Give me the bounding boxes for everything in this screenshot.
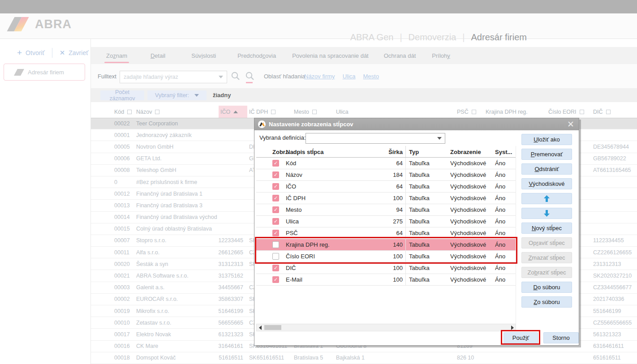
chevron-down-icon[interactable] <box>219 76 223 78</box>
arrow-up-button[interactable] <box>521 193 572 204</box>
abra-logo: ABRA <box>6 17 72 31</box>
sidebar-item-adresar-firiem[interactable]: Adresár firiem <box>4 64 85 81</box>
checkbox-checked-icon[interactable]: ✓ <box>272 206 279 213</box>
dialog-row-di-[interactable]: ✓DIČ100TabuľkaVýchodiskovéÁno <box>256 262 516 274</box>
odstr-ni--button[interactable]: Odstrániť <box>521 163 572 175</box>
checkbox-unchecked-icon[interactable] <box>272 241 279 248</box>
cell-kod: 00007 <box>108 235 134 246</box>
search-area-link-mesto[interactable]: Mesto <box>363 73 379 80</box>
tab-predchodcovia[interactable]: Predchodcovia <box>236 47 278 64</box>
zo-s-boru-button[interactable]: Zo súboru <box>521 296 572 308</box>
close-agenda-button[interactable]: Zavrieť <box>69 49 88 56</box>
zobrazi-st-pec-button[interactable]: Zobraziť stĺpec <box>521 267 572 278</box>
checkbox-checked-icon[interactable]: ✓ <box>272 230 279 236</box>
premenova--button[interactable]: Premenovať <box>521 149 572 160</box>
cell-dic: 6316461611 <box>591 341 636 352</box>
checkbox-checked-icon[interactable]: ✓ <box>272 183 279 190</box>
dialog-row-mesto[interactable]: ✓Mesto94TabuľkaVýchodiskovéÁno <box>256 204 516 216</box>
record-count-button[interactable]: Počet záznamov <box>100 90 144 100</box>
selected-filter-dropdown[interactable]: Vybraný filter: <box>147 90 207 100</box>
checkbox-checked-icon[interactable]: ✓ <box>272 195 279 201</box>
filter-box-icon[interactable] <box>271 110 275 114</box>
open-agenda-button[interactable]: Otvoriť <box>26 49 45 56</box>
checkbox-checked-icon[interactable]: ✓ <box>272 171 279 178</box>
column-header-dic[interactable]: DIČ <box>591 106 636 118</box>
cell-ico: 334455667 <box>219 282 247 293</box>
fulltext-search-box[interactable] <box>120 71 227 83</box>
do-s-boru-button[interactable]: Do súboru <box>521 282 572 293</box>
cell-type: Tabuľka <box>405 251 450 262</box>
filter-box-icon[interactable] <box>472 110 476 114</box>
column-header-ulica[interactable]: Ulica <box>334 106 455 118</box>
checkbox-checked-icon[interactable]: ✓ <box>272 265 279 271</box>
scrollbar-thumb[interactable] <box>264 325 281 330</box>
opravi-st-pec-button[interactable]: Opraviť stĺpec <box>521 237 572 248</box>
cell-type: Tabuľka <box>405 227 450 239</box>
checkbox-checked-icon[interactable]: ✓ <box>272 160 279 167</box>
scroll-left-icon[interactable] <box>257 324 263 331</box>
cell-ico: 556655665 <box>219 317 247 328</box>
row-spacer <box>91 188 108 199</box>
checkbox-cell: ✓ <box>272 274 286 285</box>
dialog-row--slo-eori[interactable]: Číslo EORI100TabuľkaVýchodiskovéÁno <box>256 251 516 262</box>
dialog-row-e-mail[interactable]: ✓E-Mail100TabuľkaVýchodiskovéÁno <box>256 274 516 286</box>
cell-nazov: #Bez príslušnosti k firme <box>134 176 219 188</box>
dialog-row-i-o[interactable]: ✓IČO64TabuľkaVýchodiskovéÁno <box>256 181 516 193</box>
column-header-icdph[interactable]: IČ DPH <box>247 106 292 118</box>
dialog-row-ulica[interactable]: ✓Ulica275TabuľkaVýchodiskovéÁno <box>256 216 516 227</box>
checkbox-cell: ✓ <box>272 181 286 192</box>
filter-box-icon[interactable] <box>606 110 611 114</box>
apply-button[interactable]: Použiť <box>504 332 538 343</box>
checkbox-checked-icon[interactable]: ✓ <box>272 218 279 225</box>
dialog-row-i-dph[interactable]: ✓IČ DPH100TabuľkaVýchodiskovéÁno <box>256 193 516 204</box>
column-header-ico[interactable]: IČO <box>219 106 247 118</box>
cancel-button[interactable]: Storno <box>543 332 579 343</box>
fulltext-search-icon[interactable] <box>245 71 255 81</box>
column-header-eori[interactable]: Číslo EORI <box>547 106 591 118</box>
dialog-row-n-zov[interactable]: ✓Názov184TabuľkaVýchodiskovéÁno <box>256 169 516 181</box>
filter-box-icon[interactable] <box>580 110 584 114</box>
cell-type: Tabuľka <box>405 239 450 250</box>
dialog-row-krajina-dph-reg-[interactable]: Krajina DPH reg.140TabuľkaVýchodiskovéÁn… <box>256 239 516 251</box>
cell-dic: 2021740336 <box>591 294 636 305</box>
dialog-close-icon[interactable]: ✕ <box>567 119 574 129</box>
filter-box-icon[interactable] <box>127 110 132 114</box>
cell-kod: 00017 <box>108 329 134 340</box>
v-chodiskov--button[interactable]: Východiskové <box>521 178 572 189</box>
dialog-row-ps-[interactable]: ✓PSČ64TabuľkaVýchodiskovéÁno <box>256 227 516 239</box>
filter-box-icon[interactable] <box>312 110 317 114</box>
definition-combobox[interactable] <box>306 133 445 144</box>
filter-box-icon[interactable] <box>155 110 159 114</box>
column-header-kod[interactable]: Kód <box>108 106 134 118</box>
cell-type: Tabuľka <box>405 169 450 180</box>
checkbox-unchecked-icon[interactable] <box>272 253 279 260</box>
cell-kod: 00006 <box>108 153 134 164</box>
column-header-krajina[interactable]: Krajina DPH reg. <box>484 106 547 118</box>
tab-s-vislosti[interactable]: Súvislosti <box>189 47 218 64</box>
row-spacer <box>91 341 108 352</box>
column-header-mesto[interactable]: Mesto <box>292 106 334 118</box>
tab-zoznam[interactable]: Zoznam <box>104 47 129 64</box>
zmaza-st-pec-button[interactable]: Zmazať stĺpec <box>521 252 572 263</box>
column-header-psc[interactable]: PSČ <box>455 106 484 118</box>
tab-ochrana-d-t[interactable]: Ochrana dát <box>382 47 418 64</box>
scroll-right-icon[interactable] <box>509 324 516 331</box>
tab-povolenia-na-spracovanie-d-t[interactable]: Povolenia na spracovanie dát <box>290 47 370 64</box>
column-header-nazov[interactable]: Názov <box>134 106 219 118</box>
ulo-i-ako-button[interactable]: Uložiť ako <box>521 134 572 145</box>
tab-pr-lohy[interactable]: Prílohy <box>430 47 452 64</box>
tab-detail[interactable]: Detail <box>149 47 167 64</box>
fulltext-search-input[interactable] <box>123 72 214 82</box>
dialog-row-k-d[interactable]: ✓Kód64TabuľkaVýchodiskovéÁno <box>256 158 516 169</box>
nov-st-pec-button[interactable]: Nový stĺpec <box>521 223 572 234</box>
horizontal-scrollbar[interactable] <box>256 324 516 331</box>
search-icon[interactable] <box>231 71 241 81</box>
search-area-link-n-zov-firmy[interactable]: Názov firmy <box>304 73 335 80</box>
search-area-link-ulica[interactable]: Ulica <box>343 73 356 80</box>
cell-display: Východiskové <box>450 169 495 180</box>
checkbox-checked-icon[interactable]: ✓ <box>272 276 279 283</box>
dialog-title-bar[interactable]: Nastavenie zobrazenia stĺpcov ✕ <box>254 118 579 130</box>
cell-display: Východiskové <box>450 251 495 262</box>
table-row-00018[interactable]: 00018Domspot Kováč651616511SK651616511Br… <box>91 352 637 364</box>
arrow-down-button[interactable] <box>521 208 572 219</box>
